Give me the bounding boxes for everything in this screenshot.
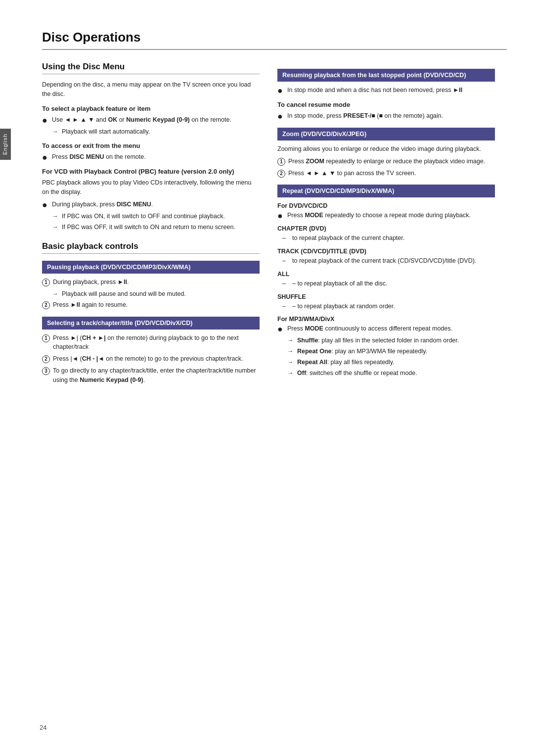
bullet-dot-4: ● <box>277 86 284 95</box>
sidebar-tab: English <box>0 129 11 160</box>
disc-menu-intro: Depending on the disc, a menu may appear… <box>42 80 260 99</box>
box2-step1: 1 Press ►| (CH + ►| on the remote) durin… <box>42 333 260 352</box>
mp3-arrow4-text: Off: switches off the shuffle or repeat … <box>297 369 417 378</box>
cancel-resume-bullet1-text: In stop mode, press PRESET-/■ (■ on the … <box>287 111 443 121</box>
bullet-dot-5: ● <box>277 112 284 121</box>
box3-bullet1: ● In stop mode and when a disc has not b… <box>277 86 495 95</box>
box2-step3: 3 To go directly to any chapter/track/ti… <box>42 366 260 385</box>
zoom-step2: 2 Press ◄ ► ▲ ▼ to pan across the TV scr… <box>277 169 495 178</box>
sub3-arrow2-text: If PBC was OFF, it will switch to ON and… <box>62 223 235 232</box>
num-circle-4: 2 <box>42 355 50 363</box>
sub3-arrow2: → If PBC was OFF, it will switch to ON a… <box>52 223 260 232</box>
shuffle-text-val: – to repeat playback at random order. <box>292 302 395 311</box>
zoom-step2-text: Press ◄ ► ▲ ▼ to pan across the TV scree… <box>288 169 416 178</box>
mp3-arrow2-text: Repeat One: play an MP3/WMA file repeate… <box>297 347 427 356</box>
box2-step3-text: To go directly to any chapter/track/titl… <box>53 366 260 385</box>
zoom-step1-text: Press ZOOM repeatedly to enlarge or redu… <box>288 157 485 166</box>
num-circle-1: 1 <box>42 279 50 286</box>
zoom-intro: Zooming allows you to enlarge or reduce … <box>277 144 495 154</box>
mp3-arrow3-text: Repeat All: play all files repeatedly. <box>297 358 395 367</box>
shuffle-text: – – to repeat playback at random order. <box>282 302 495 311</box>
mp3-arrow3: → Repeat All: play all files repeatedly. <box>287 358 495 367</box>
bullet-dot-3: ● <box>42 200 49 209</box>
page-number: 24 <box>40 724 46 731</box>
bullet-dot-6: ● <box>277 211 284 220</box>
sub1-title: To select a playback feature or item <box>42 105 260 112</box>
shuffle-title: SHUFFLE <box>277 293 495 300</box>
box1-step1-text: During playback, press ►II. <box>53 278 129 287</box>
mp3-title: For MP3/WMA/DivX <box>277 316 495 323</box>
right-column: Resuming playback from the last stopped … <box>277 62 495 387</box>
track-title: TRACK (CD/VCD)/TITLE (DVD) <box>277 248 495 255</box>
sub2-title: To access or exit from the menu <box>42 142 260 149</box>
arrow-sym-1: → <box>52 127 60 137</box>
box2-step2-text: Press |◄ (CH - |◄ on the remote) to go t… <box>53 354 243 364</box>
sub3-bullet1: ● During playback, press DISC MENU. <box>42 200 260 209</box>
dash-sym-1: – <box>282 234 290 243</box>
arrow-sym-8: → <box>287 369 295 378</box>
dvd-vcd-cd-bullet1-text: Press MODE repeatedly to choose a repeat… <box>287 211 471 220</box>
sub3-arrow1: → If PBC was ON, it will switch to OFF a… <box>52 212 260 221</box>
zoom-box: Zoom (DVD/VCD/DivX/JPEG) <box>277 128 495 141</box>
sub3-title: For VCD with Playback Control (PBC) feat… <box>42 168 260 175</box>
chapter-dvd-title: CHAPTER (DVD) <box>277 225 495 232</box>
mp3-arrow1: → Shuffle: play all files in the selecte… <box>287 336 495 345</box>
arrow-sym-6: → <box>287 347 295 356</box>
bullet-dot-1: ● <box>42 116 49 125</box>
chapter-dvd-text: – to repeat playback of the current chap… <box>282 234 495 243</box>
dvd-vcd-cd-bullet1: ● Press MODE repeatedly to choose a repe… <box>277 211 495 220</box>
sub3-arrow1-text: If PBC was ON, it will switch to OFF and… <box>62 212 225 221</box>
sub2-bullet1-text: Press DISC MENU on the remote. <box>52 152 146 162</box>
box1-step2-text: Press ►II again to resume. <box>53 300 128 310</box>
mp3-arrow2: → Repeat One: play an MP3/WMA file repea… <box>287 347 495 356</box>
main-content: Disc Operations Using the Disc Menu Depe… <box>15 0 534 756</box>
all-text: – – to repeat playback of all the disc. <box>282 279 495 288</box>
zoom-step1: 1 Press ZOOM repeatedly to enlarge or re… <box>277 157 495 166</box>
bullet-dot-2: ● <box>42 153 49 162</box>
chapter-dvd-text-val: to repeat playback of the current chapte… <box>292 234 404 243</box>
mp3-arrow4: → Off: switches off the shuffle or repea… <box>287 369 495 378</box>
box3-bullet1-text: In stop mode and when a disc has not bee… <box>287 86 462 95</box>
repeat-box: Repeat (DVD/VCD/CD/MP3/DivX/WMA) <box>277 185 495 197</box>
num-circle-2: 2 <box>42 301 50 309</box>
bullet-dot-7: ● <box>277 325 284 333</box>
arrow-sym-2: → <box>52 212 60 221</box>
box1-step1-arrow: → Playback will pause and sound will be … <box>52 289 260 299</box>
box1-step1: 1 During playback, press ►II. <box>42 278 260 287</box>
dash-sym-2: – <box>282 256 290 266</box>
num-circle-3: 1 <box>42 334 50 342</box>
left-column: Using the Disc Menu Depending on the dis… <box>42 62 260 387</box>
num-circle-5: 3 <box>42 367 50 375</box>
two-col-layout: Using the Disc Menu Depending on the dis… <box>42 62 507 387</box>
dash-sym-4: – <box>282 302 290 311</box>
mp3-bullet1: ● Press MODE continuously to access diff… <box>277 324 495 333</box>
cancel-resume-title: To cancel resume mode <box>277 101 495 108</box>
section-disc-menu-title: Using the Disc Menu <box>42 62 260 74</box>
arrow-sym-3: → <box>52 223 60 232</box>
box2-step1-text: Press ►| (CH + ►| on the remote) during … <box>53 333 260 352</box>
sub1-arrow1-text: Playback will start automatically. <box>62 127 150 137</box>
all-title: ALL <box>277 271 495 278</box>
box1-step1-arrow-text: Playback will pause and sound will be mu… <box>62 289 186 299</box>
page-title: Disc Operations <box>42 30 507 50</box>
sub1-bullet1: ● Use ◄ ► ▲ ▼ and OK or Numeric Keypad (… <box>42 115 260 125</box>
box2-step2: 2 Press |◄ (CH - |◄ on the remote) to go… <box>42 354 260 364</box>
sub3-bullet1-text: During playback, press DISC MENU. <box>52 200 153 209</box>
dvd-vcd-cd-title: For DVD/VCD/CD <box>277 202 495 209</box>
pausing-playback-box: Pausing playback (DVD/VCD/CD/MP3/DivX/WM… <box>42 261 260 274</box>
track-text: – to repeat playback of the current trac… <box>282 256 495 266</box>
sub3-intro: PBC playback allows you to play Video CD… <box>42 178 260 197</box>
selecting-track-box: Selecting a track/chapter/title (DVD/VCD… <box>42 317 260 330</box>
arrow-sym-5: → <box>287 336 295 345</box>
num-circle-6: 1 <box>277 158 285 166</box>
track-text-val: to repeat playback of the current track … <box>292 256 476 266</box>
sub1-bullet1-text: Use ◄ ► ▲ ▼ and OK or Numeric Keypad (0-… <box>52 115 231 125</box>
arrow-sym-7: → <box>287 358 295 367</box>
mp3-bullet1-text: Press MODE continuously to access differ… <box>287 324 452 333</box>
resuming-playback-box: Resuming playback from the last stopped … <box>277 69 495 82</box>
cancel-resume-bullet1: ● In stop mode, press PRESET-/■ (■ on th… <box>277 111 495 121</box>
page-container: English Disc Operations Using the Disc M… <box>0 0 534 756</box>
all-text-val: – to repeat playback of all the disc. <box>292 279 387 288</box>
dash-sym-3: – <box>282 279 290 288</box>
sub1-arrow1: → Playback will start automatically. <box>52 127 260 137</box>
